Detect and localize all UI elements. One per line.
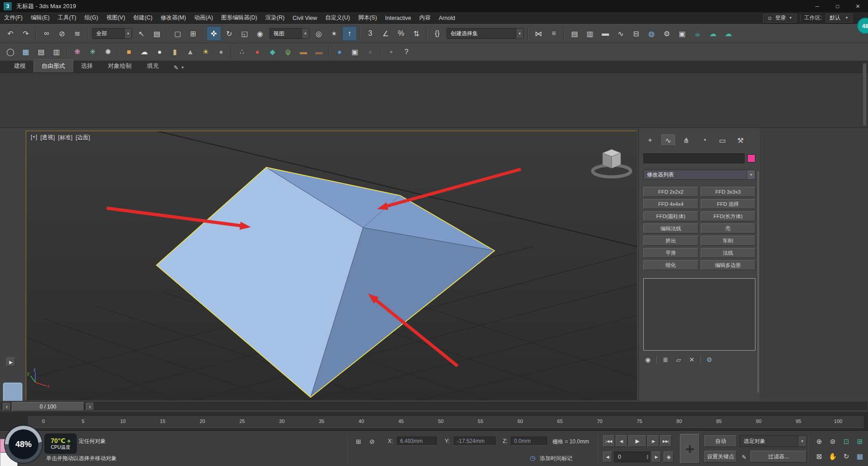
menu-item[interactable]: 脚本(S)	[354, 12, 381, 24]
select-and-scale-icon[interactable]: ◱	[237, 26, 252, 41]
menu-item[interactable]: 渲染(R)	[261, 12, 288, 24]
sphere-blue-icon[interactable]: ●	[332, 45, 347, 59]
container-icon[interactable]: ■	[122, 45, 136, 59]
select-by-name-icon[interactable]: ▤	[150, 26, 164, 41]
previous-frame-button[interactable]: ◀|	[616, 435, 627, 447]
material-editor-icon[interactable]: ◍	[644, 26, 659, 41]
time-slider-prev-button[interactable]: ‹	[3, 403, 11, 411]
menu-item[interactable]: 编辑(E)	[27, 12, 54, 24]
modifier-button[interactable]: FFD 4x4x4	[643, 199, 698, 209]
toggle-ribbon-icon[interactable]: ▬	[598, 26, 613, 41]
modifier-button[interactable]: 编辑多边形	[701, 260, 756, 270]
redo-icon[interactable]: ↷	[19, 26, 33, 41]
next-frame-button[interactable]: |▶	[647, 435, 659, 447]
help-icon[interactable]: ?	[399, 45, 414, 59]
select-and-place-icon[interactable]: ◉	[253, 26, 267, 41]
window-crossing-icon[interactable]: ⊞	[186, 26, 200, 41]
viewport[interactable]: z x y [+][透视][标准][边面]	[26, 131, 637, 400]
menu-item[interactable]: 动画(A)	[190, 12, 217, 24]
modifier-button[interactable]: 平滑	[643, 248, 698, 258]
reference-coordinate-dropdown[interactable]: 视图▼	[269, 28, 309, 39]
show-end-result-icon[interactable]: ≣	[661, 355, 670, 364]
auto-key-button[interactable]: 自动	[704, 435, 737, 447]
time-slider-track[interactable]	[1, 402, 867, 411]
remove-modifier-icon[interactable]: ✕	[687, 355, 696, 364]
foliage-icon[interactable]: ψ	[281, 45, 295, 59]
key-mode-toggle[interactable]: ◈	[664, 452, 674, 462]
modify-tab-icon[interactable]: ∿	[661, 134, 675, 146]
zoom-extents-all-icon[interactable]: ⊞	[854, 434, 866, 448]
curve-editor-icon[interactable]: ∿	[613, 26, 628, 41]
modifier-button[interactable]: FFD 选择	[701, 199, 756, 209]
display-tab-icon[interactable]: ▭	[716, 134, 729, 146]
render-setup-icon[interactable]: ⚙	[660, 26, 674, 41]
unlink-selection-icon[interactable]: ⊘	[55, 26, 69, 41]
bind-to-space-warp-icon[interactable]: ≋	[70, 26, 85, 41]
modifier-button[interactable]: 壳	[701, 223, 756, 233]
modifier-button[interactable]: 细化	[643, 260, 698, 270]
undo-icon[interactable]: ↶	[3, 26, 18, 41]
zoom-extents-icon[interactable]: ⊡	[840, 434, 853, 448]
set-key-brush-icon[interactable]: ✎	[740, 452, 749, 462]
sphere-gray-icon[interactable]: ●	[214, 45, 228, 59]
cloud-object-icon[interactable]: ☁	[137, 45, 151, 59]
use-pivot-center-icon[interactable]: ◎	[311, 26, 326, 41]
x-coord-field[interactable]: 6.493mm	[397, 437, 437, 446]
menu-item[interactable]: Civil View	[288, 12, 321, 24]
current-frame-field[interactable]: 0 ▴▾	[614, 452, 650, 462]
selection-lock-icon[interactable]: ⊘	[367, 437, 377, 447]
menu-item[interactable]: 视图(V)	[102, 12, 129, 24]
motion-flow-icon[interactable]: ❋	[70, 45, 85, 59]
modifier-button[interactable]: 车削	[701, 236, 756, 246]
modifier-button[interactable]: FFD 2x2x2	[643, 187, 698, 197]
make-unique-icon[interactable]: ▱	[674, 355, 683, 364]
command-panel-scrollbar[interactable]	[757, 171, 759, 393]
modifier-stack-list[interactable]	[643, 278, 755, 351]
track-bar[interactable]: 0510152025303540455055606570758085909510…	[0, 413, 868, 431]
data-table-2-icon[interactable]: ▥	[49, 45, 64, 59]
next-key-button[interactable]: ▶	[652, 452, 661, 462]
object-name-field[interactable]	[643, 153, 745, 163]
maximize-button[interactable]: □	[827, 0, 848, 12]
zoom-region-icon[interactable]: ⊠	[813, 449, 826, 463]
create-key-button[interactable]: +	[680, 434, 700, 464]
select-and-move-icon[interactable]: ✜	[207, 26, 221, 41]
open-cloud-library-icon[interactable]: ☁	[721, 26, 736, 41]
sphere-red-icon[interactable]: ●	[250, 45, 264, 59]
menu-item[interactable]: 内容	[415, 12, 435, 24]
utilities-tab-icon[interactable]: ⚒	[734, 134, 747, 146]
workspace-dropdown[interactable]: 默认 ▼	[826, 14, 853, 23]
ribbon-tab-对象绘制[interactable]: 对象绘制	[100, 60, 139, 72]
menu-item[interactable]: 工具(T)	[54, 12, 80, 24]
camera-box-icon[interactable]: ▣	[348, 45, 362, 59]
menu-item[interactable]: 文件(F)	[0, 12, 27, 24]
minimize-button[interactable]: ─	[807, 0, 827, 12]
select-and-manipulate-icon[interactable]: ✶	[327, 26, 341, 41]
align-icon[interactable]: ≡	[547, 26, 561, 41]
pin-stack-icon[interactable]: ◉	[643, 355, 652, 364]
menu-item[interactable]: 组(G)	[80, 12, 103, 24]
menu-item[interactable]: 创建(C)	[129, 12, 156, 24]
modifier-button[interactable]: FFD(圆柱体)	[643, 211, 698, 221]
point-cloud-icon[interactable]: ∴	[235, 45, 249, 59]
modifier-button[interactable]: 挤出	[643, 236, 698, 246]
snaps-toggle-3d-icon[interactable]: 3	[363, 26, 377, 41]
cone-icon[interactable]: ▲	[183, 45, 198, 59]
frame-spinner[interactable]: ▴▾	[646, 454, 648, 460]
viewport-render-preset-menu[interactable]: [标准]	[58, 134, 72, 142]
menu-item[interactable]: 图形编辑器(D)	[217, 12, 261, 24]
toggle-layer-explorer-icon[interactable]: ▥	[583, 26, 597, 41]
go-to-end-button[interactable]: ▶▶|	[660, 435, 672, 447]
selection-filter-dropdown[interactable]: 全部▼	[92, 28, 132, 39]
hedra-icon[interactable]: ◆	[265, 45, 280, 59]
viewport-canvas[interactable]: z x y	[26, 131, 637, 400]
configure-modifier-sets-icon[interactable]: ⚙	[705, 355, 714, 364]
menu-item[interactable]: Arnold	[435, 12, 459, 24]
ribbon-tab-填充[interactable]: 填充	[139, 60, 166, 72]
object-color-swatch[interactable]	[747, 154, 755, 162]
transform-type-in-icon[interactable]: ⊞	[354, 437, 363, 447]
modifier-button[interactable]: FFD(长方体)	[701, 211, 756, 221]
viewport-pov-menu[interactable]: [透视]	[40, 134, 55, 142]
select-object-icon[interactable]: ↖	[134, 26, 149, 41]
select-and-link-icon[interactable]: ∞	[39, 26, 54, 41]
